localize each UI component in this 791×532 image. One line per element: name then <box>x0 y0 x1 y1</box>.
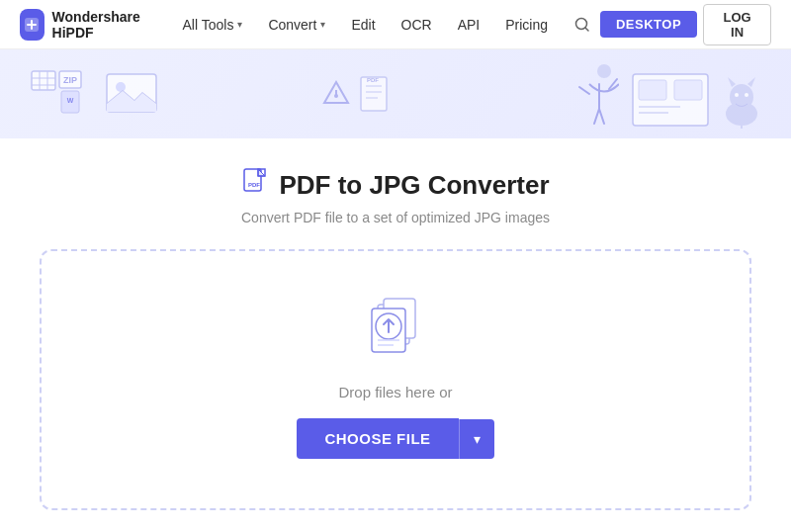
upload-icon <box>356 291 435 364</box>
nav-pricing[interactable]: Pricing <box>495 0 558 49</box>
svg-point-21 <box>597 64 611 78</box>
search-icon[interactable] <box>570 9 594 41</box>
svg-rect-24 <box>674 80 702 100</box>
main-content: PDF PDF to JPG Converter Convert PDF fil… <box>0 138 791 530</box>
page-subtitle: Convert PDF file to a set of optimized J… <box>241 210 550 225</box>
nav-edit[interactable]: Edit <box>341 0 385 49</box>
svg-rect-2 <box>32 71 55 90</box>
choose-file-wrap: CHOOSE FILE ▾ <box>297 418 493 459</box>
svg-point-29 <box>735 93 739 97</box>
drop-text: Drop files here or <box>338 384 452 400</box>
banner: ZIP W PDF <box>0 49 791 138</box>
svg-point-12 <box>116 82 126 92</box>
choose-file-dropdown[interactable]: ▾ <box>459 419 494 459</box>
logo[interactable]: Wondershare HiPDF <box>20 9 155 41</box>
svg-text:PDF: PDF <box>248 182 260 188</box>
nav-api[interactable]: API <box>448 0 490 49</box>
svg-text:ZIP: ZIP <box>63 75 77 85</box>
nav-convert[interactable]: Convert ▾ <box>258 0 335 49</box>
banner-left-deco: ZIP W <box>30 69 159 119</box>
svg-text:PDF: PDF <box>367 77 379 83</box>
logo-icon <box>20 9 44 41</box>
nav-ocr[interactable]: OCR <box>392 0 442 49</box>
svg-point-30 <box>745 93 748 97</box>
svg-text:W: W <box>67 97 74 104</box>
desktop-button[interactable]: DESKTOP <box>600 11 697 38</box>
login-button[interactable]: LOG IN <box>703 4 771 45</box>
choose-file-button[interactable]: CHOOSE FILE <box>297 418 458 459</box>
navbar: Wondershare HiPDF All Tools ▾ Convert ▾ … <box>0 0 791 49</box>
brand-name: Wondershare HiPDF <box>52 9 155 41</box>
svg-rect-23 <box>639 80 666 100</box>
page-title: PDF PDF to JPG Converter <box>241 168 549 202</box>
nav-all-tools[interactable]: All Tools ▾ <box>173 0 253 49</box>
banner-right-deco <box>570 59 761 129</box>
banner-center-deco: PDF <box>321 69 408 119</box>
chevron-down-icon: ▾ <box>320 19 325 30</box>
pdf-icon: PDF <box>241 168 269 202</box>
chevron-down-icon: ▾ <box>237 19 242 30</box>
dropzone[interactable]: Drop files here or CHOOSE FILE ▾ <box>40 249 751 510</box>
